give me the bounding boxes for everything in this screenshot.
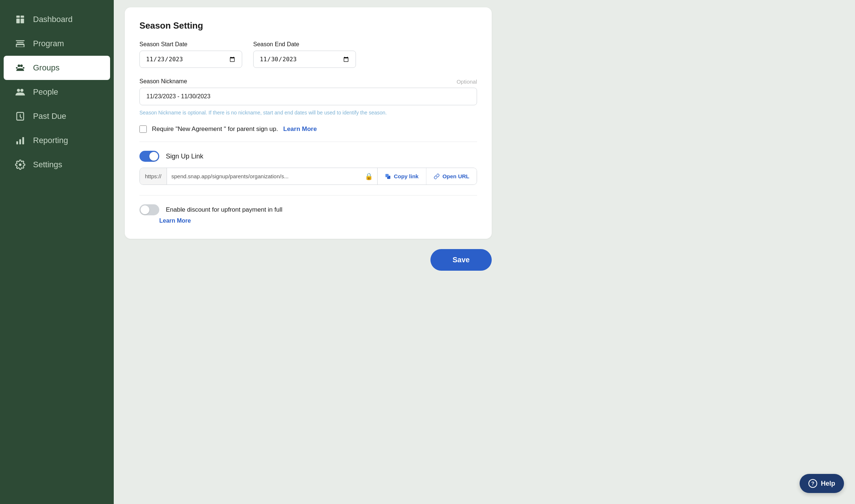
sidebar-item-dashboard-label: Dashboard <box>33 15 73 24</box>
sidebar-item-people-label: People <box>33 87 58 97</box>
sidebar-item-settings[interactable]: Settings <box>0 153 114 177</box>
nickname-header: Season Nickname Optional <box>139 78 477 85</box>
sign-up-link-row: Sign Up Link <box>139 151 477 162</box>
sign-up-link-slider <box>139 151 159 162</box>
sidebar: Dashboard Program Groups <box>0 0 114 504</box>
url-prefix: https:// <box>140 168 167 185</box>
copy-link-button[interactable]: Copy link <box>378 168 426 185</box>
svg-point-4 <box>18 65 20 67</box>
new-agreement-checkbox[interactable] <box>139 125 147 133</box>
svg-rect-0 <box>17 16 20 18</box>
nickname-row: Season Nickname Optional Season Nickname… <box>139 78 477 117</box>
svg-rect-13 <box>19 139 21 145</box>
date-row: Season Start Date Season End Date <box>139 41 477 68</box>
url-row: https:// spend.snap.app/signup/parents/o… <box>139 168 477 185</box>
url-actions: Copy link Open URL <box>377 168 477 185</box>
sign-up-link-toggle[interactable] <box>139 151 159 162</box>
discount-learn-more[interactable]: Learn More <box>159 218 477 224</box>
groups-icon <box>15 62 26 73</box>
sidebar-item-people[interactable]: People <box>0 80 114 104</box>
svg-rect-16 <box>385 174 389 177</box>
sidebar-item-settings-label: Settings <box>33 160 62 169</box>
sidebar-item-program[interactable]: Program <box>0 32 114 56</box>
main-content: Season Setting Season Start Date Season … <box>114 0 855 504</box>
nickname-label: Season Nickname <box>139 78 187 85</box>
svg-point-6 <box>16 67 18 69</box>
url-value: spend.snap.app/signup/parents/organizati… <box>167 168 360 185</box>
svg-point-7 <box>23 67 25 69</box>
end-date-label: Season End Date <box>253 41 356 48</box>
svg-rect-1 <box>21 16 24 18</box>
end-date-input[interactable] <box>253 51 356 68</box>
svg-point-11 <box>20 117 20 117</box>
svg-rect-12 <box>17 141 18 144</box>
help-circle-icon: ? <box>808 479 817 488</box>
svg-point-5 <box>20 65 23 67</box>
svg-point-8 <box>17 89 20 92</box>
sign-up-link-label: Sign Up Link <box>166 153 203 160</box>
nickname-input[interactable] <box>139 88 477 105</box>
card-title: Season Setting <box>139 21 477 31</box>
sidebar-item-dashboard[interactable]: Dashboard <box>0 7 114 32</box>
program-icon <box>15 38 26 49</box>
sidebar-item-past-due[interactable]: Past Due <box>0 104 114 128</box>
divider-1 <box>139 142 477 142</box>
open-url-button[interactable]: Open URL <box>426 168 477 185</box>
end-date-group: Season End Date <box>253 41 356 68</box>
nickname-hint: Season Nickname is optional. If there is… <box>139 109 477 117</box>
sidebar-item-past-due-label: Past Due <box>33 112 66 121</box>
sidebar-item-groups-label: Groups <box>33 63 59 73</box>
open-url-icon <box>434 174 440 179</box>
sidebar-item-reporting[interactable]: Reporting <box>0 128 114 153</box>
discount-toggle-line: Enable discount for upfront payment in f… <box>139 204 477 215</box>
season-setting-card: Season Setting Season Start Date Season … <box>125 7 492 239</box>
save-button[interactable]: Save <box>430 249 492 271</box>
divider-2 <box>139 195 477 196</box>
past-due-icon <box>15 111 26 122</box>
svg-point-9 <box>21 89 23 92</box>
new-agreement-learn-more[interactable]: Learn More <box>283 125 317 133</box>
lock-icon: 🔒 <box>360 172 377 180</box>
discount-toggle[interactable] <box>139 204 159 215</box>
save-btn-container: Save <box>125 249 492 271</box>
discount-label: Enable discount for upfront payment in f… <box>166 206 283 213</box>
copy-icon <box>385 174 391 179</box>
reporting-icon <box>15 135 26 146</box>
start-date-input[interactable] <box>139 51 242 68</box>
svg-rect-2 <box>17 19 20 23</box>
new-agreement-row: Require "New Agreement " for parent sign… <box>139 125 477 133</box>
optional-label: Optional <box>456 78 477 85</box>
sidebar-item-groups[interactable]: Groups <box>4 56 110 80</box>
dashboard-icon <box>15 14 26 25</box>
start-date-label: Season Start Date <box>139 41 242 48</box>
new-agreement-label: Require "New Agreement " for parent sign… <box>152 125 278 133</box>
svg-rect-3 <box>21 19 24 23</box>
discount-slider <box>139 204 159 215</box>
help-button[interactable]: ? Help <box>800 474 844 493</box>
start-date-group: Season Start Date <box>139 41 242 68</box>
settings-icon <box>15 159 26 170</box>
sidebar-item-program-label: Program <box>33 39 64 48</box>
discount-row: Enable discount for upfront payment in f… <box>139 204 477 224</box>
people-icon <box>15 87 26 98</box>
sidebar-item-reporting-label: Reporting <box>33 136 68 145</box>
svg-rect-14 <box>22 137 24 145</box>
